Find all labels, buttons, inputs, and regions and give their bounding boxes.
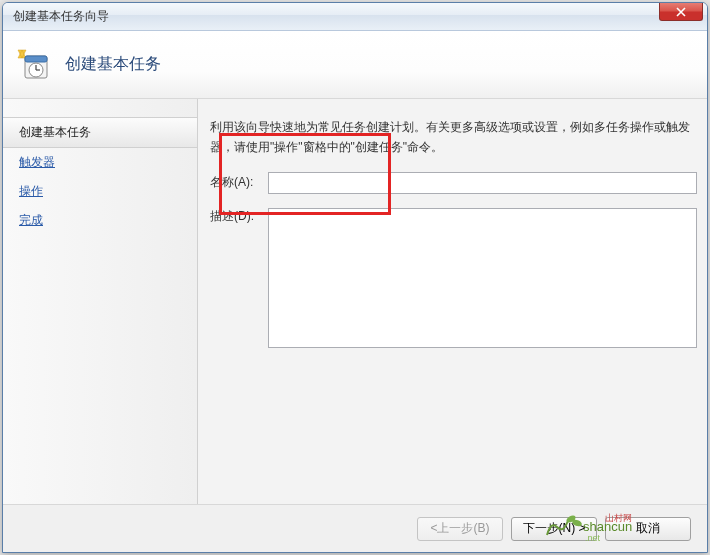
header-title: 创建基本任务	[65, 54, 161, 75]
body: 创建基本任务 触发器 操作 完成 利用该向导快速地为常见任务创建计划。有关更多高…	[3, 99, 707, 504]
titlebar: 创建基本任务向导	[3, 3, 707, 31]
step-action[interactable]: 操作	[3, 177, 197, 206]
footer: <上一步(B) 下一步(N) > 取消 shancun .net 山村网	[3, 504, 707, 552]
step-create-basic-task[interactable]: 创建基本任务	[3, 117, 197, 148]
wizard-icon	[17, 48, 51, 82]
next-button[interactable]: 下一步(N) >	[511, 517, 597, 541]
back-button[interactable]: <上一步(B)	[417, 517, 503, 541]
window-title: 创建基本任务向导	[13, 8, 109, 25]
close-icon	[676, 7, 686, 17]
name-input[interactable]	[268, 172, 697, 194]
step-finish[interactable]: 完成	[3, 206, 197, 235]
name-label: 名称(A):	[210, 174, 264, 191]
cancel-button[interactable]: 取消	[605, 517, 691, 541]
close-button[interactable]	[659, 3, 703, 21]
instruction-text: 利用该向导快速地为常见任务创建计划。有关更多高级选项或设置，例如多任务操作或触发…	[210, 117, 697, 158]
svg-rect-1	[25, 56, 47, 62]
name-row: 名称(A):	[210, 172, 697, 194]
wizard-window: 创建基本任务向导 创建基本任务 创建基本任务 触发器 操作 完成	[2, 2, 708, 553]
content-pane: 利用该向导快速地为常见任务创建计划。有关更多高级选项或设置，例如多任务操作或触发…	[198, 99, 707, 504]
step-trigger[interactable]: 触发器	[3, 148, 197, 177]
header-band: 创建基本任务	[3, 31, 707, 99]
description-label: 描述(D):	[210, 208, 264, 225]
description-input[interactable]	[268, 208, 697, 348]
description-row: 描述(D):	[210, 208, 697, 348]
sidebar: 创建基本任务 触发器 操作 完成	[3, 99, 198, 504]
